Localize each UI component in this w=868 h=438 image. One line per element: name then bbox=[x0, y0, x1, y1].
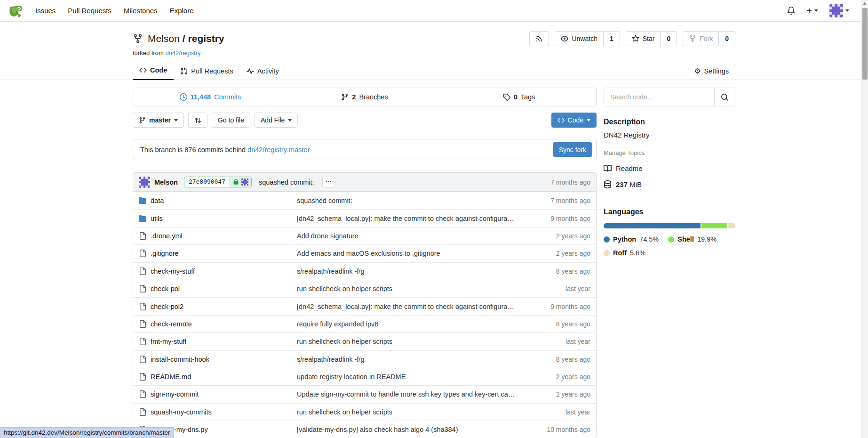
forked-from-link[interactable]: dn42/registry bbox=[165, 49, 200, 57]
language-bar-segment-shell bbox=[701, 223, 727, 228]
language-legend-item-shell[interactable]: Shell19.9% bbox=[668, 235, 717, 243]
nav-item-pull-requests[interactable]: Pull Requests bbox=[68, 7, 111, 15]
file-name-link[interactable]: utils bbox=[151, 215, 163, 222]
search-input[interactable] bbox=[604, 88, 714, 106]
repo-size-unit: MiB bbox=[629, 180, 642, 188]
fork-button[interactable]: Fork bbox=[683, 32, 718, 46]
star-button[interactable]: Star bbox=[626, 32, 661, 46]
commit-message-link[interactable]: require fully expanded ipv6 bbox=[297, 320, 516, 328]
add-file-button[interactable]: Add File bbox=[255, 113, 298, 128]
upstream-branch-link[interactable]: dn42/registry:master bbox=[247, 146, 310, 154]
watchers-count[interactable]: 1 bbox=[603, 32, 620, 46]
commit-message-link[interactable]: run shellcheck on helper scripts bbox=[297, 338, 516, 345]
file-name-link[interactable]: check-remote bbox=[151, 320, 192, 328]
language-legend-item-python[interactable]: Python74.5% bbox=[604, 235, 659, 243]
tab-code[interactable]: Code bbox=[133, 62, 174, 80]
file-name-link[interactable]: sign-my-commit bbox=[151, 390, 199, 398]
table-row[interactable]: sign-my-commit Update sign-my-commit to … bbox=[133, 385, 596, 403]
file-name-link[interactable]: install-commit-hook bbox=[151, 356, 209, 363]
table-row[interactable]: .gitignore Add emacs and macOS exclusion… bbox=[133, 244, 596, 262]
nav-item-milestones[interactable]: Milestones bbox=[124, 7, 158, 15]
repo-summary-bar: 11,448 Commits 2 Branches 0 Tags bbox=[133, 88, 597, 106]
manage-topics-link[interactable]: Manage Topics bbox=[604, 149, 645, 156]
tags-link[interactable]: 0 Tags bbox=[442, 88, 596, 106]
commit-message-link[interactable]: Add drone signature bbox=[297, 232, 516, 240]
table-row[interactable]: utils [dn42_schema_local.py]: make the c… bbox=[133, 209, 596, 227]
scrollbar-thumb[interactable] bbox=[862, 8, 868, 80]
user-menu[interactable] bbox=[829, 4, 849, 17]
commit-author-avatar[interactable] bbox=[139, 177, 150, 188]
forks-count[interactable]: 0 bbox=[718, 32, 735, 46]
search-button[interactable] bbox=[714, 88, 735, 106]
file-name-link[interactable]: check-pol bbox=[151, 285, 180, 292]
table-row[interactable]: check-pol2 [dn42_schema_local.py]: make … bbox=[133, 297, 596, 315]
table-row[interactable]: install-commit-hook s/realpath/readlink … bbox=[133, 350, 596, 368]
status-url-tooltip: https://git.dn42.dev/Melson/registry/com… bbox=[0, 427, 174, 438]
notifications-bell-icon[interactable] bbox=[787, 7, 795, 15]
database-icon bbox=[604, 180, 612, 188]
sync-fork-button[interactable]: Sync fork bbox=[553, 142, 592, 157]
commits-link[interactable]: 11,448 Commits bbox=[133, 88, 287, 106]
scrollbar-up-arrow-icon[interactable] bbox=[863, 2, 867, 5]
tab-pull-requests[interactable]: Pull Requests bbox=[174, 63, 239, 80]
commit-message-link[interactable]: Add emacs and macOS exclusions to .gitig… bbox=[297, 250, 516, 257]
stars-count[interactable]: 0 bbox=[660, 32, 677, 46]
create-new-button[interactable]: + bbox=[806, 6, 818, 16]
window-scrollbar[interactable] bbox=[861, 0, 868, 438]
commit-message-link[interactable]: run shellcheck on helper scripts bbox=[297, 408, 516, 416]
commit-message-link[interactable]: [dn42_schema_local.py]: make the commit … bbox=[297, 215, 516, 222]
tab-activity[interactable]: Activity bbox=[240, 63, 286, 80]
commit-message-link[interactable]: [dn42_schema_local.py]: make the commit … bbox=[297, 303, 516, 310]
file-name-link[interactable]: fmt-my-stuff bbox=[151, 338, 186, 345]
commit-hash-badge[interactable]: 27e8090047 bbox=[184, 177, 252, 187]
file-name-link[interactable]: README.md bbox=[151, 373, 191, 381]
table-row[interactable]: .drone.yml Add drone signature 2 years a… bbox=[133, 227, 596, 244]
rss-button[interactable] bbox=[529, 31, 549, 46]
language-percent: 19.9% bbox=[697, 235, 717, 243]
go-to-file-button[interactable]: Go to file bbox=[212, 113, 250, 128]
file-name-link[interactable]: .drone.yml bbox=[151, 232, 183, 240]
repo-owner-link[interactable]: Melson bbox=[148, 33, 180, 44]
commit-message-link[interactable]: squashed commit: bbox=[297, 197, 516, 204]
commit-message-link[interactable]: run shellcheck on helper scripts bbox=[297, 285, 516, 292]
branches-link[interactable]: 2 Branches bbox=[287, 88, 442, 106]
gitea-logo-icon[interactable] bbox=[8, 3, 23, 18]
nav-item-issues[interactable]: Issues bbox=[35, 7, 56, 15]
commit-message-link[interactable]: update registry location in README bbox=[297, 373, 516, 381]
table-row[interactable]: squash-my-commits run shellcheck on help… bbox=[133, 403, 596, 421]
readme-link[interactable]: Readme bbox=[604, 164, 735, 172]
file-name-link[interactable]: check-my-stuff bbox=[151, 268, 195, 275]
gear-icon: ⚙ bbox=[694, 67, 701, 75]
file-name-link[interactable]: squash-my-commits bbox=[151, 408, 212, 416]
file-name-link[interactable]: .gitignore bbox=[151, 250, 179, 257]
tab-settings[interactable]: ⚙ Settings bbox=[687, 63, 735, 80]
book-icon bbox=[604, 164, 612, 172]
compare-button[interactable] bbox=[188, 113, 207, 128]
commit-message-link[interactable]: s/realpath/readlink -f/g bbox=[297, 356, 516, 363]
table-row[interactable]: check-pol run shellcheck on helper scrip… bbox=[133, 280, 596, 297]
branches-count: 2 bbox=[352, 93, 356, 101]
branch-selector[interactable]: master bbox=[133, 113, 184, 128]
language-legend-item-roff[interactable]: Roff5.6% bbox=[604, 249, 645, 257]
code-download-button[interactable]: Code bbox=[551, 113, 597, 128]
table-row[interactable]: check-my-stuff s/realpath/readlink -f/g … bbox=[133, 262, 596, 280]
file-icon bbox=[139, 268, 146, 275]
table-row[interactable]: README.md update registry location in RE… bbox=[133, 368, 596, 385]
table-row[interactable]: fmt-my-stuff run shellcheck on helper sc… bbox=[133, 333, 596, 350]
file-name-link[interactable]: data bbox=[151, 197, 164, 204]
repo-name-link[interactable]: registry bbox=[188, 33, 224, 44]
file-name-link[interactable]: check-pol2 bbox=[151, 303, 183, 310]
unwatch-button[interactable]: Unwatch bbox=[555, 32, 603, 46]
table-row[interactable]: data squashed commit: 7 months ago bbox=[133, 192, 596, 209]
commit-message-expand-button[interactable]: ⋯ bbox=[322, 177, 335, 187]
commit-author-link[interactable]: Melson bbox=[154, 178, 178, 186]
table-row[interactable]: validate-my-dns.py [validate-my-dns.py] … bbox=[133, 421, 596, 438]
commit-message-link[interactable]: Update sign-my-commit to handle more ssh… bbox=[297, 390, 516, 398]
commit-message-link[interactable]: s/realpath/readlink -f/g bbox=[297, 268, 516, 275]
file-icon bbox=[139, 338, 146, 345]
nav-item-explore[interactable]: Explore bbox=[170, 7, 194, 15]
commit-message-link[interactable]: [validate-my-dns.py] also check hash alg… bbox=[297, 426, 516, 433]
latest-commit-message[interactable]: squashed commit: bbox=[259, 178, 314, 186]
eye-icon bbox=[561, 35, 568, 42]
table-row[interactable]: check-remote require fully expanded ipv6… bbox=[133, 315, 596, 333]
